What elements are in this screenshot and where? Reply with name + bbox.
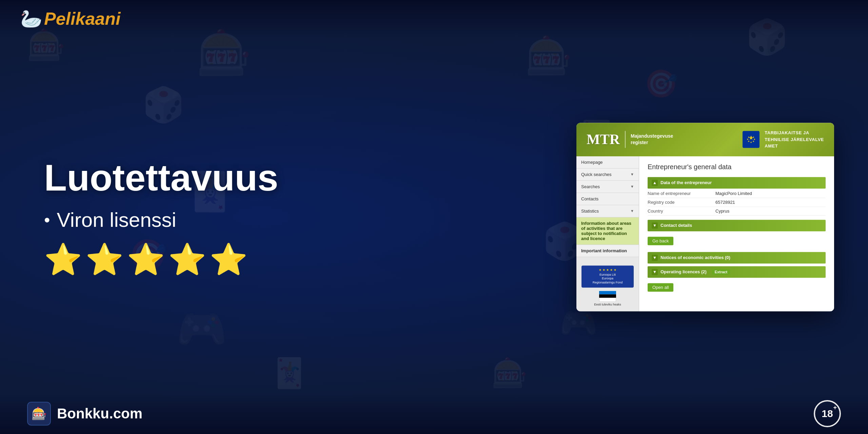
sidebar-item-statistics[interactable]: Statistics ▼ — [576, 205, 639, 217]
notices-section-label: Notices of economic activities (0) — [660, 255, 730, 260]
sidebar-item-statistics-label: Statistics — [581, 209, 599, 214]
svg-text:★: ★ — [748, 136, 750, 138]
go-back-button[interactable]: Go back — [648, 237, 673, 245]
header: Pelikaani — [0, 0, 868, 37]
agency-line2: Tehnilise Järelevalve — [765, 136, 824, 143]
licences-toggle-icon[interactable]: ▼ — [652, 269, 658, 275]
star-2: ⭐ — [85, 242, 123, 277]
footer: 🎰 Bonkku.com 18 — [0, 393, 868, 434]
left-panel: Luotettavuus • Viron lisenssi ⭐ ⭐ ⭐ ⭐ ⭐ — [44, 157, 278, 277]
entrepreneur-data-table: Name of entrepreneur MagicPoro Limited R… — [648, 189, 826, 216]
notices-section-header[interactable]: ▼ Notices of economic activities (0) — [648, 252, 826, 263]
mtr-body: Homepage Quick searches ▼ Searches ▼ Con… — [576, 156, 834, 311]
deco-icon-6: 🎰 — [526, 34, 572, 78]
subtitle: • Viron lisenssi — [44, 208, 278, 232]
eu-stars: ★ ★ ★ ★ ★ — [599, 268, 616, 272]
brand-logo: Pelikaani — [20, 8, 120, 29]
deco-icon-13: 🎰 — [492, 356, 528, 390]
main-title: Luotettavuus — [44, 157, 278, 198]
deco-icon-5: 🎮 — [176, 305, 227, 353]
mtr-subtitle-line1: Majandustegevuse — [631, 133, 673, 140]
name-value: MagicPoro Limited — [715, 191, 752, 196]
name-label: Name of entrepreneur — [648, 191, 715, 196]
extract-badge[interactable]: Extract — [712, 269, 730, 275]
data-row-registry: Registry code 65728921 — [648, 198, 826, 207]
sidebar-logos: ★ ★ ★ ★ ★ Euroopa LiitEuroopaRegionaalar… — [576, 260, 639, 311]
sidebar-item-information-label: Information about areas of activities th… — [581, 221, 634, 241]
entrepreneur-section-label: Data of the entrepreneur — [660, 180, 712, 185]
subtitle-text: Viron lisenssi — [57, 208, 176, 232]
mtr-right-section: ★ ★ ★ ★ ★ ★ ★ ★ ★ Tarbijakaitse ja Tehni… — [743, 130, 824, 150]
sidebar-item-contacts[interactable]: Contacts — [576, 193, 639, 205]
estonia-logo: Eesti tuleviku heaks — [581, 291, 634, 306]
estonia-flag — [599, 291, 616, 302]
deco-icon-11: 🎯 — [644, 68, 678, 100]
mtr-logo-subtitle: Majandustegevuse register — [631, 133, 673, 146]
data-row-country: Country Cyprus — [648, 207, 826, 216]
star-3: ⭐ — [127, 242, 165, 277]
mtr-header: MTR Majandustegevuse register ★ ★ ★ ★ ★ … — [576, 123, 834, 156]
mtr-main-content: Entrepreneur's general data ▲ Data of th… — [639, 156, 834, 311]
age-badge: 18 — [814, 400, 841, 427]
deco-icon-12: 🃏 — [271, 356, 307, 390]
quick-searches-arrow-icon: ▼ — [630, 172, 634, 176]
contact-section-header[interactable]: ▼ Contact details — [648, 220, 826, 231]
age-label: 18 — [822, 408, 833, 419]
deco-icon-2: 🎲 — [142, 85, 185, 125]
sidebar-item-quick-searches-label: Quick searches — [581, 172, 612, 177]
mtr-logo: MTR — [587, 131, 620, 147]
star-rating: ⭐ ⭐ ⭐ ⭐ ⭐ — [44, 242, 278, 277]
notices-toggle-icon[interactable]: ▼ — [652, 255, 658, 261]
svg-text:★: ★ — [752, 140, 754, 142]
sidebar-item-important[interactable]: Important information — [576, 245, 639, 257]
bullet-point: • — [44, 210, 50, 230]
agency-line3: Amet — [765, 143, 824, 150]
star-4: ⭐ — [168, 242, 206, 277]
open-all-button[interactable]: Open all — [648, 283, 673, 292]
mtr-subtitle-line2: register — [631, 139, 673, 146]
star-1: ⭐ — [44, 242, 82, 277]
svg-text:★: ★ — [747, 138, 749, 140]
footer-logo: 🎰 Bonkku.com — [27, 402, 142, 426]
footer-site-name: Bonkku.com — [57, 406, 142, 422]
svg-text:★: ★ — [748, 140, 750, 142]
entrepreneur-section-header[interactable]: ▲ Data of the entrepreneur — [648, 177, 826, 189]
country-value: Cyprus — [715, 209, 729, 214]
footer-icon: 🎰 — [27, 402, 51, 426]
licences-section-label: Operating licences (2) — [660, 269, 707, 274]
data-row-name: Name of entrepreneur MagicPoro Limited — [648, 189, 826, 198]
eu-star: ★ — [603, 268, 605, 272]
eu-fund-text: Euroopa LiitEuroopaRegionaalaringu Fond — [593, 273, 623, 285]
flag-stripe-white — [599, 298, 616, 302]
contact-section-label: Contact details — [660, 223, 692, 228]
sidebar-item-homepage[interactable]: Homepage — [576, 156, 639, 169]
estonia-text: Eesti tuleviku heaks — [594, 303, 621, 306]
sidebar-item-searches[interactable]: Searches ▼ — [576, 181, 639, 193]
sidebar-item-contacts-label: Contacts — [581, 196, 598, 201]
eu-star: ★ — [614, 268, 616, 272]
statistics-arrow-icon: ▼ — [630, 209, 634, 213]
entrepreneur-toggle-icon[interactable]: ▲ — [652, 180, 658, 186]
agency-line1: Tarbijakaitse ja — [765, 130, 824, 136]
sidebar-item-homepage-label: Homepage — [581, 160, 603, 165]
sidebar-item-information[interactable]: Information about areas of activities th… — [576, 217, 639, 245]
sidebar-item-quick-searches[interactable]: Quick searches ▼ — [576, 169, 639, 181]
svg-text:★: ★ — [750, 135, 752, 138]
searches-arrow-icon: ▼ — [630, 184, 634, 189]
sidebar-item-important-label: Important information — [581, 248, 627, 253]
mtr-window: MTR Majandustegevuse register ★ ★ ★ ★ ★ … — [576, 123, 834, 311]
sidebar-item-searches-label: Searches — [581, 184, 600, 189]
registry-label: Registry code — [648, 200, 715, 205]
logo-text: Pelikaani — [20, 8, 120, 29]
eu-logo: ★ ★ ★ ★ ★ Euroopa LiitEuroopaRegionaalar… — [581, 265, 634, 288]
contact-toggle-icon[interactable]: ▼ — [652, 222, 658, 229]
eu-star: ★ — [606, 268, 609, 272]
eu-flag-icon: ★ ★ ★ ★ ★ ★ ★ ★ ★ — [743, 131, 760, 148]
mtr-logo-section: MTR Majandustegevuse register — [587, 131, 673, 148]
svg-text:★: ★ — [750, 141, 752, 143]
mtr-logo-divider — [625, 131, 626, 148]
eu-star: ★ — [610, 268, 613, 272]
mtr-sidebar: Homepage Quick searches ▼ Searches ▼ Con… — [576, 156, 639, 311]
licences-section-header[interactable]: ▼ Operating licences (2) Extract — [648, 266, 826, 278]
flag-stripe-blue — [599, 291, 616, 294]
